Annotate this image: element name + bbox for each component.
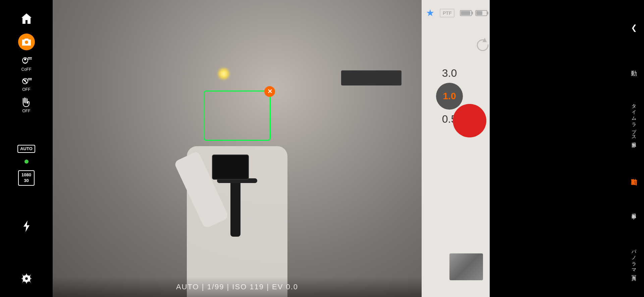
record-button[interactable]: [453, 104, 486, 137]
home-button[interactable]: [18, 10, 35, 27]
collapse-chevron[interactable]: ❮: [631, 23, 637, 32]
top-right-icons: ★ PTF: [426, 7, 489, 18]
svg-rect-21: [487, 12, 488, 14]
gesture-off-label: OFF: [22, 87, 31, 92]
battery-indicators: [460, 9, 489, 17]
settings-button[interactable]: [18, 270, 35, 287]
speed-high[interactable]: 3.0: [442, 67, 457, 79]
face-track-label: CoFF: [21, 67, 32, 72]
svg-rect-18: [472, 12, 473, 14]
ptf-badge[interactable]: PTF: [440, 9, 454, 17]
svg-point-1: [25, 41, 28, 44]
hand-off-label: OFF: [22, 109, 31, 113]
flash-button[interactable]: [18, 218, 35, 235]
camera-viewport[interactable]: ✕ AUTO | 1/99 | ISO 119 | EV 0.0: [53, 0, 422, 297]
svg-rect-19: [461, 11, 470, 15]
camera-info-text: AUTO | 1/99 | ISO 119 | EV 0.0: [176, 283, 298, 291]
auto-badge[interactable]: AUTO: [17, 145, 35, 153]
gesture-off-button[interactable]: OFF: [20, 77, 33, 92]
svg-point-3: [24, 58, 26, 60]
focus-box[interactable]: ✕: [204, 91, 271, 141]
vertical-tab-panorama[interactable]: パノラマ写真: [631, 246, 637, 274]
battery1-icon: [460, 9, 473, 17]
info-bar: AUTO | 1/99 | ISO 119 | EV 0.0: [53, 277, 422, 297]
battery2-icon: [475, 9, 489, 17]
dot-indicator: [24, 157, 29, 166]
thumbnail-image: [449, 253, 483, 280]
left-sidebar: CoFF OFF OFF AUTO 1080 30: [0, 0, 53, 297]
vertical-tab-video[interactable]: 動画: [630, 174, 638, 176]
bluetooth-icon[interactable]: ★: [426, 7, 434, 18]
right-text-panel: ❮ 動 タイムラプス撮影 動画 撮影中 パノラマ写真: [624, 0, 644, 297]
svg-marker-23: [483, 39, 486, 42]
svg-point-8: [24, 79, 26, 81]
speed-selected[interactable]: 1.0: [436, 83, 463, 110]
svg-marker-15: [23, 221, 30, 232]
sync-button[interactable]: [475, 37, 491, 53]
resolution-badge[interactable]: 1080 30: [18, 170, 35, 186]
hand-off-button[interactable]: OFF: [20, 97, 33, 113]
thumbnail[interactable]: [449, 253, 483, 280]
svg-point-16: [25, 277, 28, 280]
face-track-button[interactable]: CoFF: [20, 56, 33, 72]
vertical-tab-shooting[interactable]: 撮影中: [631, 210, 637, 213]
light-glow: [217, 67, 230, 80]
vertical-tab-motion1[interactable]: 動: [630, 66, 638, 67]
svg-rect-22: [476, 11, 482, 15]
dark-bar: [341, 70, 401, 85]
camera-feed: ✕ AUTO | 1/99 | ISO 119 | EV 0.0: [53, 0, 422, 297]
vertical-tab-timelapse[interactable]: タイムラプス撮影: [631, 100, 637, 140]
focus-close-button[interactable]: ✕: [264, 86, 275, 97]
camera-button[interactable]: [18, 34, 35, 50]
